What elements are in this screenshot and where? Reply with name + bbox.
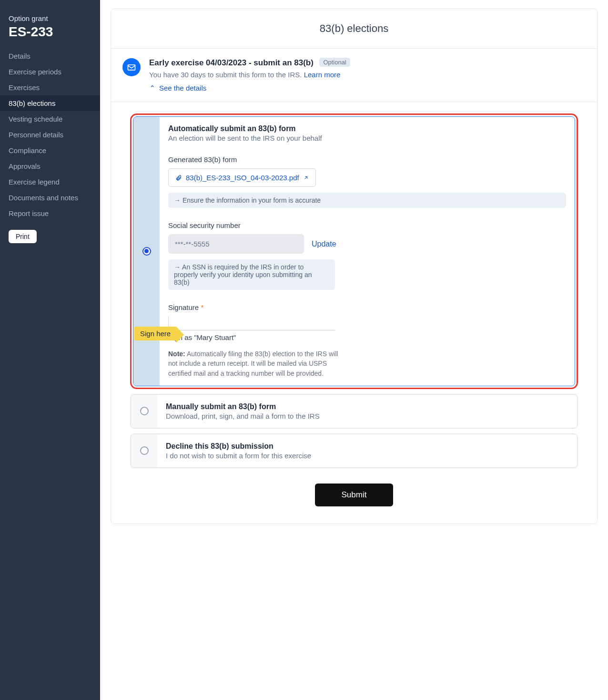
- ssn-field: [168, 234, 304, 254]
- sign-here-tag: Sign here: [134, 327, 176, 340]
- sidebar-item-8[interactable]: Exercise legend: [0, 174, 100, 190]
- ssn-hint: → An SSN is required by the IRS in order…: [168, 259, 335, 290]
- sidebar-header: Option grant ES-233: [0, 14, 100, 48]
- paperclip-icon: [175, 175, 182, 181]
- notice-title: Early exercise 04/03/2023 - submit an 83…: [149, 58, 314, 67]
- signature-label: Signature *: [168, 303, 566, 311]
- option-auto-sub: An election will be sent to the IRS on y…: [168, 134, 566, 142]
- see-details-toggle[interactable]: ⌄ See the details: [149, 83, 586, 92]
- signature-input[interactable]: [168, 316, 335, 330]
- radio-zone-manual[interactable]: [131, 395, 157, 428]
- external-link-icon: [303, 175, 309, 181]
- option-manual[interactable]: Manually submit an 83(b) form Download, …: [131, 394, 578, 428]
- notice-body: You have 30 days to submit this form to …: [149, 71, 586, 79]
- radio-zone-auto[interactable]: [133, 117, 160, 386]
- svg-rect-0: [128, 65, 135, 70]
- required-asterisk: *: [201, 303, 203, 311]
- submit-button[interactable]: Submit: [315, 484, 394, 506]
- ssn-label: Social security number: [168, 221, 566, 229]
- radio-auto[interactable]: [142, 247, 151, 256]
- option-manual-wrap: Manually submit an 83(b) form Download, …: [130, 394, 578, 429]
- sidebar-item-4[interactable]: Vesting schedule: [0, 111, 100, 127]
- auto-note: Note: Automatically filing the 83(b) ele…: [168, 349, 345, 378]
- sidebar-item-5[interactable]: Personnel details: [0, 127, 100, 143]
- see-details-label: See the details: [159, 84, 206, 92]
- sidebar: Option grant ES-233 DetailsExercise peri…: [0, 0, 100, 700]
- generated-form-label: Generated 83(b) form: [168, 155, 566, 164]
- envelope-icon: [122, 58, 141, 76]
- sidebar-item-2[interactable]: Exercises: [0, 80, 100, 95]
- page-title: 83(b) elections: [111, 9, 597, 49]
- option-auto-highlight: Sign here Automatically submit an 83(b) …: [130, 113, 578, 389]
- grant-subtitle: Option grant: [9, 14, 91, 22]
- accuracy-hint: → Ensure the information in your form is…: [168, 193, 566, 208]
- main: 83(b) elections Early exercise 04/03/202…: [100, 0, 608, 700]
- sidebar-item-3[interactable]: 83(b) elections: [0, 95, 100, 111]
- file-name: 83(b)_ES-233_ISO_04-03-2023.pdf: [186, 174, 299, 182]
- sidebar-item-0[interactable]: Details: [0, 48, 100, 64]
- sidebar-item-1[interactable]: Exercise periods: [0, 64, 100, 80]
- sidebar-nav: DetailsExercise periodsExercises83(b) el…: [0, 48, 100, 221]
- radio-manual[interactable]: [140, 407, 149, 415]
- sidebar-item-9[interactable]: Documents and notes: [0, 190, 100, 206]
- option-auto-title: Automatically submit an 83(b) form: [168, 124, 566, 133]
- option-manual-title: Manually submit an 83(b) form: [166, 402, 568, 411]
- option-manual-sub: Download, print, sign, and mail a form t…: [166, 412, 568, 420]
- content-card: 83(b) elections Early exercise 04/03/202…: [111, 9, 598, 524]
- radio-decline[interactable]: [140, 446, 149, 455]
- option-decline-sub: I do not wish to submit a form for this …: [166, 452, 568, 460]
- learn-more-link[interactable]: Learn more: [304, 71, 341, 79]
- sidebar-item-7[interactable]: Approvals: [0, 158, 100, 174]
- option-decline[interactable]: Decline this 83(b) submission I do not w…: [131, 434, 578, 468]
- options-section: Sign here Automatically submit an 83(b) …: [111, 102, 597, 524]
- print-button[interactable]: Print: [9, 230, 37, 243]
- radio-zone-decline[interactable]: [131, 434, 157, 467]
- option-decline-wrap: Decline this 83(b) submission I do not w…: [130, 433, 578, 468]
- update-ssn-link[interactable]: Update: [312, 240, 336, 248]
- notice-banner: Early exercise 04/03/2023 - submit an 83…: [111, 49, 597, 102]
- grant-title: ES-233: [9, 24, 91, 40]
- optional-badge: Optional: [319, 58, 350, 67]
- chevron-up-icon: ⌄: [149, 83, 155, 92]
- option-auto[interactable]: Automatically submit an 83(b) form An el…: [133, 116, 575, 386]
- sign-as-hint: Sign as "Mary Stuart": [168, 333, 566, 341]
- generated-file-link[interactable]: 83(b)_ES-233_ISO_04-03-2023.pdf: [168, 168, 316, 187]
- option-decline-title: Decline this 83(b) submission: [166, 442, 568, 451]
- sidebar-item-10[interactable]: Report issue: [0, 206, 100, 221]
- sidebar-item-6[interactable]: Compliance: [0, 143, 100, 158]
